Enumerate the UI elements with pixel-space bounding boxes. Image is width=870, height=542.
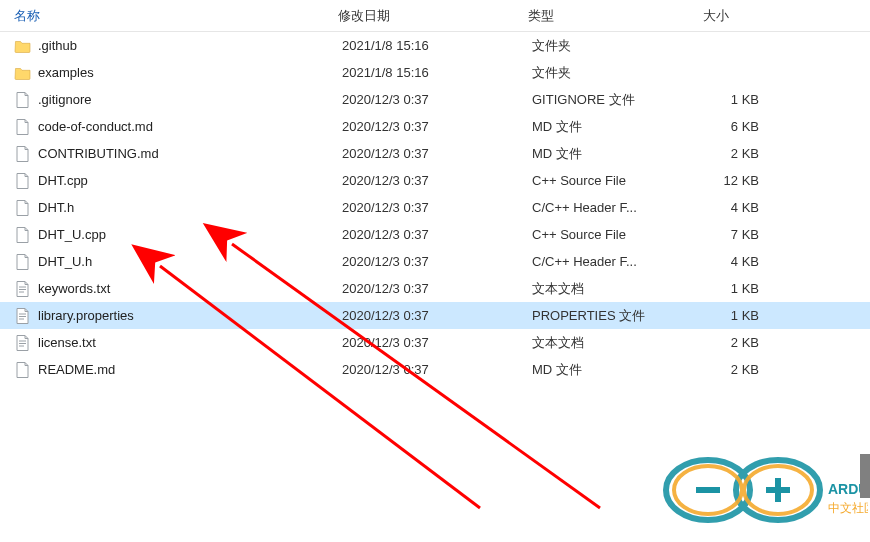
file-type: C++ Source File (524, 173, 699, 188)
file-size: 2 KB (699, 362, 789, 377)
file-icon (14, 226, 32, 244)
file-row[interactable]: .github2021/1/8 15:16文件夹 (0, 32, 870, 59)
file-size: 2 KB (699, 335, 789, 350)
file-icon (14, 361, 32, 379)
arduino-logo: ARDUINO 中文社区 (638, 440, 868, 540)
file-type: 文本文档 (524, 280, 699, 298)
text-file-icon (14, 334, 32, 352)
file-type: C/C++ Header F... (524, 200, 699, 215)
file-size: 4 KB (699, 254, 789, 269)
file-modified: 2020/12/3 0:37 (334, 281, 524, 296)
file-type: MD 文件 (524, 118, 699, 136)
file-name: .github (38, 38, 77, 53)
file-size: 1 KB (699, 92, 789, 107)
file-row[interactable]: DHT.h2020/12/3 0:37C/C++ Header F...4 KB (0, 194, 870, 221)
file-modified: 2020/12/3 0:37 (334, 227, 524, 242)
column-header-size[interactable]: 大小 (695, 1, 785, 31)
file-modified: 2020/12/3 0:37 (334, 146, 524, 161)
file-name: DHT_U.cpp (38, 227, 106, 242)
column-header-modified[interactable]: 修改日期 (330, 1, 520, 31)
file-row[interactable]: license.txt2020/12/3 0:37文本文档2 KB (0, 329, 870, 356)
file-size: 6 KB (699, 119, 789, 134)
file-modified: 2020/12/3 0:37 (334, 92, 524, 107)
file-type: 文件夹 (524, 64, 699, 82)
folder-icon (14, 37, 32, 55)
file-icon (14, 172, 32, 190)
file-row[interactable]: README.md2020/12/3 0:37MD 文件2 KB (0, 356, 870, 383)
logo-subtext: 中文社区 (828, 501, 868, 515)
file-icon (14, 118, 32, 136)
file-name: CONTRIBUTING.md (38, 146, 159, 161)
file-name: code-of-conduct.md (38, 119, 153, 134)
file-size: 1 KB (699, 308, 789, 323)
file-row[interactable]: library.properties2020/12/3 0:37PROPERTI… (0, 302, 870, 329)
text-file-icon (14, 280, 32, 298)
file-modified: 2020/12/3 0:37 (334, 119, 524, 134)
file-modified: 2020/12/3 0:37 (334, 308, 524, 323)
file-type: PROPERTIES 文件 (524, 307, 699, 325)
file-modified: 2020/12/3 0:37 (334, 335, 524, 350)
file-name: examples (38, 65, 94, 80)
file-type: GITIGNORE 文件 (524, 91, 699, 109)
file-size: 7 KB (699, 227, 789, 242)
file-size: 4 KB (699, 200, 789, 215)
file-row[interactable]: DHT.cpp2020/12/3 0:37C++ Source File12 K… (0, 167, 870, 194)
file-type: C/C++ Header F... (524, 254, 699, 269)
file-icon (14, 253, 32, 271)
file-name: .gitignore (38, 92, 91, 107)
file-size: 12 KB (699, 173, 789, 188)
file-type: C++ Source File (524, 227, 699, 242)
file-type: 文本文档 (524, 334, 699, 352)
file-name: library.properties (38, 308, 134, 323)
file-row[interactable]: examples2021/1/8 15:16文件夹 (0, 59, 870, 86)
file-row[interactable]: CONTRIBUTING.md2020/12/3 0:37MD 文件2 KB (0, 140, 870, 167)
column-header-row: 名称 修改日期 类型 大小 (0, 0, 870, 32)
folder-icon (14, 64, 32, 82)
file-icon (14, 199, 32, 217)
file-size: 1 KB (699, 281, 789, 296)
file-list: .github2021/1/8 15:16文件夹examples2021/1/8… (0, 32, 870, 383)
file-row[interactable]: code-of-conduct.md2020/12/3 0:37MD 文件6 K… (0, 113, 870, 140)
file-row[interactable]: keywords.txt2020/12/3 0:37文本文档1 KB (0, 275, 870, 302)
file-modified: 2020/12/3 0:37 (334, 173, 524, 188)
file-modified: 2020/12/3 0:37 (334, 254, 524, 269)
file-name: DHT.cpp (38, 173, 88, 188)
file-row[interactable]: .gitignore2020/12/3 0:37GITIGNORE 文件1 KB (0, 86, 870, 113)
file-row[interactable]: DHT_U.h2020/12/3 0:37C/C++ Header F...4 … (0, 248, 870, 275)
column-header-type[interactable]: 类型 (520, 1, 695, 31)
text-file-icon (14, 307, 32, 325)
file-type: MD 文件 (524, 145, 699, 163)
file-name: license.txt (38, 335, 96, 350)
file-name: README.md (38, 362, 115, 377)
file-modified: 2020/12/3 0:37 (334, 362, 524, 377)
file-icon (14, 145, 32, 163)
file-name: DHT.h (38, 200, 74, 215)
file-modified: 2020/12/3 0:37 (334, 200, 524, 215)
file-type: MD 文件 (524, 361, 699, 379)
file-size: 2 KB (699, 146, 789, 161)
file-modified: 2021/1/8 15:16 (334, 65, 524, 80)
file-row[interactable]: DHT_U.cpp2020/12/3 0:37C++ Source File7 … (0, 221, 870, 248)
file-type: 文件夹 (524, 37, 699, 55)
file-icon (14, 91, 32, 109)
vertical-scrollbar[interactable] (860, 454, 870, 498)
file-name: DHT_U.h (38, 254, 92, 269)
column-header-name[interactable]: 名称 (0, 1, 330, 31)
file-modified: 2021/1/8 15:16 (334, 38, 524, 53)
file-name: keywords.txt (38, 281, 110, 296)
